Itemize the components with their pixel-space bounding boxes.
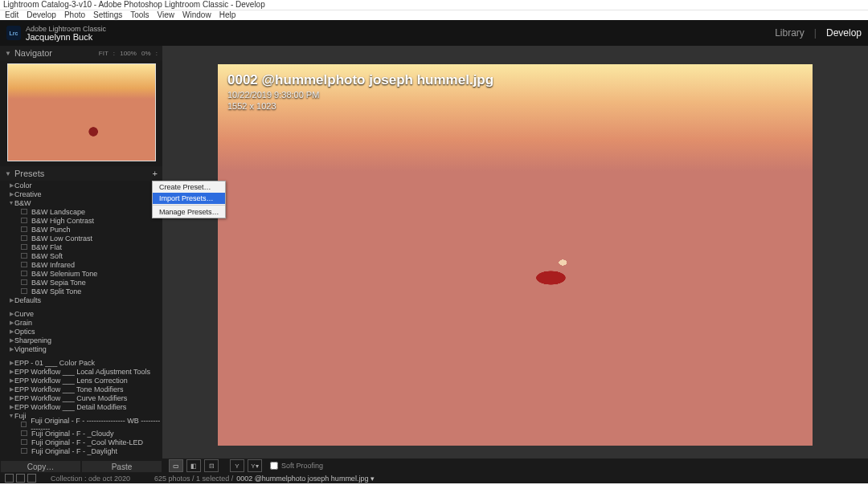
grid-icon[interactable] — [5, 474, 14, 483]
chevron-down-icon: ▼ — [8, 200, 14, 206]
preset-item[interactable]: B&W Punch — [0, 225, 162, 234]
preset-item[interactable]: Fuji Original - F - ---------------- WB … — [0, 420, 162, 429]
preset-thumb-icon — [21, 271, 27, 276]
preset-group-label: Vignetting — [14, 345, 47, 353]
preset-group-label: Grain — [14, 319, 32, 327]
chevron-right-icon: ▶ — [8, 346, 14, 352]
navigator-thumbnail[interactable] — [7, 63, 156, 161]
menu-help[interactable]: Help — [219, 10, 236, 20]
preset-group-label: EPP Workflow ___ Local Adjustment Tools — [14, 368, 150, 376]
paste-button[interactable]: Paste — [82, 461, 162, 472]
preset-group[interactable]: ▶Vignetting — [0, 344, 162, 353]
ctx-separator — [153, 205, 225, 206]
menu-settings[interactable]: Settings — [93, 10, 122, 20]
image-datetime: 10/22/2019 9:38:00 PM — [227, 90, 493, 100]
chevron-right-icon: ▶ — [8, 369, 14, 375]
soft-proofing-checkbox[interactable] — [270, 462, 278, 470]
preset-item-label: B&W High Contrast — [31, 217, 94, 225]
preset-item-label: Fuji Original - F - _Daylight — [31, 447, 117, 455]
preset-group[interactable]: ▶Defaults — [0, 295, 162, 304]
status-current-file[interactable]: 0002 @hummelphoto joseph hummel.jpg ▾ — [236, 475, 375, 483]
preset-group[interactable]: ▶EPP Workflow ___ Lens Correction — [0, 376, 162, 385]
preset-item[interactable]: B&W Split Tone — [0, 287, 162, 295]
compare-y-split-icon[interactable]: Y▾ — [248, 459, 262, 472]
preset-group[interactable]: ▶EPP Workflow ___ Tone Modifiers — [0, 385, 162, 393]
chevron-down-icon: ▼ — [8, 413, 14, 418]
preset-group[interactable]: ▶EPP - 01 ___ Color Pack — [0, 358, 162, 367]
presets-list[interactable]: ▶Color▶Creative▼B&WB&W LandscapeB&W High… — [0, 181, 162, 458]
preset-item[interactable]: B&W Infrared — [0, 260, 162, 269]
preset-group[interactable]: ▶Grain — [0, 318, 162, 327]
ctx-import-presets[interactable]: Import Presets… — [153, 193, 225, 204]
preset-item[interactable]: B&W Selenium Tone — [0, 269, 162, 278]
preset-thumb-icon — [21, 439, 27, 445]
preset-item[interactable]: B&W Low Contrast — [0, 234, 162, 242]
preset-item[interactable]: B&W Flat — [0, 242, 162, 251]
menu-window[interactable]: Window — [182, 10, 211, 20]
navigator-zoom-controls[interactable]: FIT : 100% 0% : — [99, 50, 158, 57]
preset-group[interactable]: ▶Optics — [0, 327, 162, 336]
develop-toolbar: ▭ ◧ ⊟ Y Y▾ Soft Proofing — [162, 458, 868, 473]
preset-group[interactable]: ▶Curve — [0, 309, 162, 318]
chevron-right-icon: ▶ — [8, 191, 14, 198]
preset-group[interactable]: ▶EPP Workflow ___ Detail Modifiers — [0, 402, 162, 411]
preset-group[interactable]: ▶Sharpening — [0, 336, 162, 344]
preset-item-label: B&W Punch — [31, 226, 71, 234]
preset-item[interactable]: Fuji Original - F - _Daylight — [0, 446, 162, 455]
preset-item-label: B&W Sepia Tone — [31, 279, 86, 287]
status-counts: 625 photos / 1 selected / — [154, 475, 233, 483]
preset-group-label: EPP Workflow ___ Detail Modifiers — [14, 403, 126, 411]
preset-group-label: Creative — [14, 190, 42, 198]
preset-item[interactable]: B&W High Contrast — [0, 216, 162, 225]
canvas[interactable]: 0002 @hummelphoto joseph hummel.jpg 10/2… — [162, 46, 868, 458]
grid2-icon[interactable] — [16, 474, 25, 483]
preset-thumb-icon — [21, 279, 27, 285]
before-after-lr-icon[interactable]: ◧ — [186, 459, 201, 472]
preset-thumb-icon — [21, 448, 27, 454]
add-preset-icon[interactable]: + — [153, 169, 158, 178]
preset-item-label: B&W Selenium Tone — [31, 270, 97, 278]
copy-button[interactable]: Copy… — [1, 461, 80, 472]
menu-tools[interactable]: Tools — [130, 10, 149, 20]
compare-y-icon[interactable]: Y — [230, 459, 244, 472]
menu-view[interactable]: View — [158, 10, 175, 20]
preset-item-label: B&W Flat — [31, 243, 62, 251]
module-picker: Library | Develop — [775, 27, 862, 39]
info-overlay: 0002 @hummelphoto joseph hummel.jpg 10/2… — [227, 72, 493, 111]
loupe-view-icon[interactable]: ▭ — [169, 459, 183, 472]
main-image[interactable]: 0002 @hummelphoto joseph hummel.jpg 10/2… — [218, 64, 813, 446]
preset-group[interactable]: ▶EPP Workflow ___ Curve Modifiers — [0, 393, 162, 402]
preset-group[interactable]: ▶Creative — [0, 189, 162, 198]
preset-group[interactable]: ▼B&W — [0, 198, 162, 207]
status-collection[interactable]: Collection : ode oct 2020 — [51, 475, 130, 483]
before-after-tb-icon[interactable]: ⊟ — [204, 459, 219, 472]
presets-header[interactable]: ▼ Presets + — [0, 166, 162, 181]
preset-item[interactable]: B&W Soft — [0, 251, 162, 260]
preset-group-label: EPP Workflow ___ Tone Modifiers — [14, 385, 124, 393]
ctx-create-preset[interactable]: Create Preset… — [153, 181, 225, 193]
preset-group[interactable]: ▶EPP Workflow ___ Local Adjustment Tools — [0, 367, 162, 376]
soft-proofing-label: Soft Proofing — [281, 462, 323, 470]
menu-develop[interactable]: Develop — [27, 10, 56, 20]
preset-item-label: B&W Landscape — [31, 208, 85, 216]
identity-bar: Lrc Adobe Lightroom Classic Jacquelynn B… — [0, 20, 868, 46]
grid3-icon[interactable] — [27, 474, 36, 483]
menu-photo[interactable]: Photo — [64, 10, 85, 20]
preset-thumb-icon — [21, 244, 27, 250]
preset-group-label: Fuji — [14, 412, 27, 420]
preset-group-label: EPP Workflow ___ Lens Correction — [14, 377, 128, 385]
module-develop[interactable]: Develop — [826, 27, 862, 39]
preset-group[interactable]: ▶Color — [0, 181, 162, 189]
preset-group-label: B&W — [14, 199, 31, 207]
menu-edit[interactable]: Edit — [5, 10, 18, 20]
preset-item[interactable]: B&W Sepia Tone — [0, 278, 162, 287]
module-library[interactable]: Library — [775, 27, 805, 39]
soft-proofing-toggle[interactable]: Soft Proofing — [270, 462, 323, 470]
navigator-header[interactable]: ▼ Navigator FIT : 100% 0% : — [0, 46, 162, 60]
center-panel: 0002 @hummelphoto joseph hummel.jpg 10/2… — [162, 46, 868, 473]
preset-item-label: B&W Soft — [31, 252, 63, 260]
preset-item[interactable]: Fuji Original - F - _Cool White-LED — [0, 438, 162, 446]
chevron-right-icon: ▶ — [8, 182, 14, 189]
preset-item[interactable]: B&W Landscape — [0, 207, 162, 216]
ctx-manage-presets[interactable]: Manage Presets… — [153, 206, 225, 218]
